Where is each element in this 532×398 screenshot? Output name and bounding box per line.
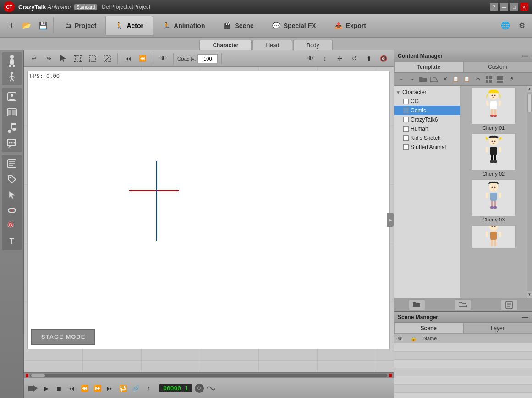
tree-cg-checkbox[interactable] — [403, 99, 409, 104]
scroll-down-arrow[interactable]: ▼ — [527, 291, 532, 298]
cm-footer-btn3[interactable] — [501, 299, 517, 310]
sidebar-btn-music[interactable] — [4, 121, 20, 135]
timeline-fast-fwd-btn[interactable]: ⏩ — [92, 383, 103, 394]
stage-canvas[interactable]: FPS: 0.00 STAGE MODE ▶ — [24, 67, 394, 372]
scroll-track[interactable] — [527, 92, 532, 291]
tree-stuffed-animal[interactable]: Stuffed Animal — [394, 143, 460, 152]
subtab-head[interactable]: Head — [252, 40, 292, 50]
tree-crazytalk6-checkbox[interactable] — [403, 117, 409, 122]
close-btn[interactable]: ✕ — [520, 3, 528, 11]
cm-view1-btn[interactable] — [484, 74, 494, 84]
timeline-link-btn[interactable]: 🔗 — [130, 383, 141, 394]
timeline-to-start-btn[interactable]: ⏮ — [66, 383, 77, 394]
canvas-area[interactable]: FPS: 0.00 — [27, 71, 390, 349]
tab-animation[interactable]: 🏃 Animation — [153, 16, 214, 36]
thumb-cherry02[interactable]: Cherry 02 — [462, 133, 525, 177]
scene-manager-minimize[interactable]: — — [522, 314, 528, 321]
tab-scene[interactable]: 🎬 Scene — [214, 16, 263, 36]
tab-export[interactable]: 📤 Export — [325, 16, 375, 36]
tab-project[interactable]: 🗂 Project — [55, 16, 105, 36]
open-btn[interactable]: 📂 — [18, 17, 35, 35]
custom-tab[interactable]: Custom — [463, 61, 532, 72]
content-manager-minimize[interactable]: — — [522, 52, 528, 60]
tab-actor[interactable]: 🚶 Actor — [105, 16, 153, 36]
expand-panel-arrow[interactable]: ▶ — [387, 213, 394, 227]
maximize-btn[interactable]: □ — [510, 3, 518, 11]
sidebar-btn-scene[interactable] — [4, 105, 20, 120]
mute-btn[interactable]: 🔇 — [377, 52, 390, 65]
sidebar-btn-paint[interactable] — [4, 219, 20, 233]
tree-stuffed-animal-checkbox[interactable] — [403, 144, 409, 150]
stage-mode-button[interactable]: STAGE MODE — [31, 329, 95, 345]
tree-kids-sketch[interactable]: Kid's Sketch — [394, 133, 460, 143]
sidebar-btn-text[interactable]: T — [4, 234, 20, 249]
new-btn[interactable]: 🗒 — [2, 17, 18, 35]
tree-human-checkbox[interactable] — [403, 126, 409, 132]
thumb-cherry03[interactable]: Cherry 03 — [462, 179, 525, 222]
select-all-btn[interactable] — [101, 52, 114, 65]
cm-back-btn[interactable]: ← — [396, 74, 406, 84]
cm-paste-btn[interactable]: 📋 — [462, 74, 472, 84]
help-btn[interactable]: ? — [490, 3, 498, 11]
cm-footer-btn2[interactable] — [455, 299, 471, 310]
settings-btn[interactable]: ⚙ — [514, 17, 530, 35]
timeline-scrollbar-track[interactable] — [30, 374, 387, 377]
timeline-record-btn[interactable] — [27, 383, 38, 394]
eye-btn[interactable]: 👁 — [157, 52, 170, 65]
tree-cg[interactable]: CG — [394, 97, 460, 106]
timeline-loop-btn[interactable]: 🔁 — [117, 383, 128, 394]
global-btn[interactable]: 🌐 — [497, 17, 514, 35]
thumb-cherry04[interactable] — [462, 225, 525, 248]
select-btn[interactable] — [57, 52, 70, 65]
flip-h-btn[interactable]: ⬆ — [362, 52, 375, 65]
cm-cut-btn[interactable]: ✂ — [473, 74, 483, 84]
tree-comic-checkbox[interactable] — [403, 108, 409, 113]
redo-btn[interactable]: ↪ — [42, 52, 55, 65]
sidebar-btn-figure[interactable] — [4, 69, 20, 84]
thumb-cherry01[interactable]: Cherry 01 — [462, 88, 525, 131]
subtab-character[interactable]: Character — [199, 40, 252, 50]
cm-fwd-btn[interactable]: → — [407, 74, 417, 84]
tree-crazytalk6[interactable]: CrazyTalk6 — [394, 115, 460, 124]
cm-folder-btn[interactable] — [418, 74, 428, 84]
cm-refresh-btn[interactable]: ↺ — [506, 74, 516, 84]
timeline-music-btn[interactable]: ♪ — [143, 383, 154, 394]
view-btn[interactable]: 👁 — [304, 52, 317, 65]
sidebar-btn-cursor[interactable] — [4, 188, 20, 202]
tree-kids-sketch-checkbox[interactable] — [403, 135, 409, 141]
sidebar-btn-portrait[interactable] — [4, 89, 20, 104]
tree-comic[interactable]: Comic — [394, 106, 460, 115]
sidebar-btn-oval[interactable] — [4, 203, 20, 218]
tree-human[interactable]: Human — [394, 124, 460, 133]
timeline-scrollbar-thumb[interactable] — [31, 374, 45, 377]
flip-v-btn[interactable]: ↕ — [318, 52, 331, 65]
timeline-extra-btn[interactable] — [206, 383, 217, 394]
sidebar-btn-tag[interactable] — [4, 172, 20, 187]
opacity-input[interactable] — [197, 54, 218, 63]
scroll-up-arrow[interactable]: ▲ — [527, 86, 532, 92]
cm-delete-btn[interactable]: ✕ — [440, 74, 450, 84]
select-rect-btn[interactable] — [86, 52, 99, 65]
timeline-rewind-btn[interactable]: ⏪ — [79, 383, 90, 394]
cm-footer-btn1[interactable] — [409, 299, 425, 310]
cm-copy-btn[interactable]: 📋 — [451, 74, 461, 84]
layer-tab[interactable]: Layer — [463, 323, 532, 334]
undo-btn[interactable]: ↩ — [27, 52, 40, 65]
cm-view2-btn[interactable] — [495, 74, 505, 84]
cm-folder-open-btn[interactable] — [429, 74, 439, 84]
minimize-btn[interactable]: — — [500, 3, 508, 11]
to-start-btn[interactable]: ⏮ — [121, 52, 134, 65]
tab-special-fx[interactable]: 💬 Special FX — [263, 16, 325, 36]
transform-btn[interactable] — [71, 52, 84, 65]
sidebar-btn-chat[interactable] — [4, 136, 20, 151]
subtab-body[interactable]: Body — [293, 40, 332, 50]
timeline-scrollbar[interactable] — [24, 373, 394, 378]
save-btn[interactable]: 💾 — [35, 17, 51, 35]
sidebar-btn-person[interactable] — [4, 54, 20, 68]
prev-frame-btn[interactable]: ⏪ — [136, 52, 149, 65]
timeline-play-btn[interactable]: ▶ — [40, 383, 51, 394]
scroll-thumb[interactable] — [527, 94, 532, 112]
tree-character[interactable]: ▼ Character — [394, 88, 460, 97]
timeline-stop-btn[interactable]: ⏹ — [53, 383, 64, 394]
rotate-btn[interactable]: ↺ — [348, 52, 361, 65]
